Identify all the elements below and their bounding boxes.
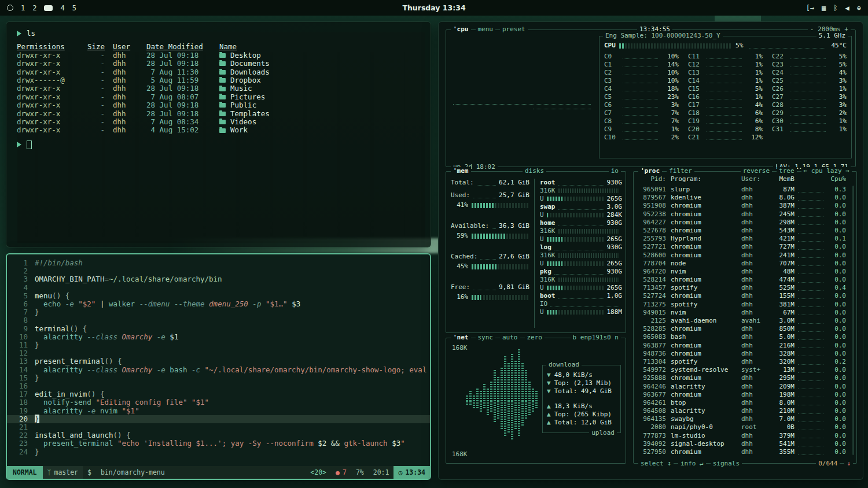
- process-row[interactable]: 925888chromiumdhh295M0.0: [635, 374, 849, 382]
- process-row[interactable]: 527678chromiumdhh543M0.0: [635, 227, 849, 235]
- proc-footer-button[interactable]: info ↵: [678, 460, 706, 468]
- code-text: install_and_launch() {: [35, 431, 131, 439]
- net-info-up: ▲18,3 KiB/s▲Top: (265 Kibp)▲Total: 12,0 …: [547, 402, 616, 427]
- settings-icon[interactable]: ⊕: [857, 4, 861, 12]
- mem-stat-value: 9,81 GiB: [499, 283, 529, 291]
- logout-icon[interactable]: [→: [806, 4, 814, 12]
- io-toggle[interactable]: io: [609, 167, 621, 175]
- process-row[interactable]: 255793Hyprlanddhh421M0.1: [635, 235, 849, 243]
- core-name: C5: [604, 93, 620, 101]
- process-row[interactable]: 527721chromiumdhh727M0.0: [635, 243, 849, 251]
- col-header-user[interactable]: User:: [741, 175, 768, 183]
- proc-scrollbar[interactable]: [852, 186, 854, 455]
- button-menu[interactable]: menu: [476, 25, 496, 34]
- button-preset[interactable]: preset: [500, 25, 528, 34]
- network-icon[interactable]: ▦: [822, 4, 826, 12]
- process-row[interactable]: 948736chromiumdhh328M0.0: [635, 350, 849, 358]
- net-interface-selector[interactable]: b enp191s0 n: [571, 334, 621, 342]
- token: --dmenu --theme: [139, 300, 205, 308]
- mem-box-title[interactable]: 'mem: [451, 167, 471, 175]
- col-header-pid[interactable]: Pid:: [638, 175, 671, 183]
- filter-button[interactable]: filter: [667, 167, 694, 175]
- process-row[interactable]: 778704nodedhh707M0.0: [635, 260, 849, 268]
- button-tree[interactable]: tree: [777, 167, 797, 175]
- workspace-active-indicator[interactable]: [44, 5, 53, 11]
- process-row[interactable]: 528600chromiumdhh241M0.0: [635, 252, 849, 260]
- process-row[interactable]: 964261btopdhh8.0M0.0: [635, 399, 849, 407]
- process-row[interactable]: 965083bashdhh5.0M0.0: [635, 333, 849, 341]
- cpu-box-title[interactable]: 'cpu: [451, 25, 471, 34]
- process-row[interactable]: 963677chromiumdhh198M0.0: [635, 391, 849, 399]
- process-name: signal-desktop: [671, 440, 741, 448]
- button-auto[interactable]: auto: [500, 334, 520, 342]
- process-row[interactable]: 713457spotifydhh525M0.4: [635, 284, 849, 292]
- workspace-button[interactable]: 4: [60, 4, 64, 12]
- net-box-title[interactable]: 'net: [451, 334, 471, 342]
- editor-window-nvim[interactable]: 1#!/bin/bash23OMARCHY_BIN_PATH=~/.local/…: [6, 253, 431, 480]
- process-row[interactable]: 549972systemd-resolvesyst+13M0.0: [635, 366, 849, 374]
- net-buttons: syncautozero: [476, 334, 545, 342]
- bluetooth-icon[interactable]: ᛒ: [833, 4, 837, 12]
- workspace-button[interactable]: 1: [21, 4, 25, 12]
- file-path: bin/omarchy-menu: [96, 466, 170, 479]
- launcher-icon[interactable]: [7, 5, 13, 11]
- process-cpu: 0.0: [827, 366, 846, 374]
- col-header-cpu[interactable]: Cpu%: [827, 175, 846, 183]
- proc-sort-nav[interactable]: ← cpu lazy →: [801, 167, 852, 175]
- workspace-button[interactable]: 2: [32, 4, 36, 12]
- core-name: C2: [604, 69, 620, 77]
- process-name: kdenlive: [671, 194, 741, 202]
- process-row[interactable]: 713304spotifydhh320M0.2: [635, 358, 849, 366]
- process-cpu: 0.0: [827, 333, 846, 341]
- col-header-program[interactable]: Program:: [671, 175, 741, 183]
- button-reverse[interactable]: reverse: [741, 167, 772, 175]
- button-sync[interactable]: sync: [476, 334, 496, 342]
- process-row[interactable]: 527724chromiumdhh155M0.0: [635, 292, 849, 300]
- process-row[interactable]: 964508alacrittydhh210M0.0: [635, 407, 849, 415]
- process-row[interactable]: 951908chromiumdhh387M0.0: [635, 202, 849, 210]
- process-row[interactable]: 964227chromiumdhh298M0.0: [635, 219, 849, 227]
- terminal-window-ls[interactable]: ls Permissions Size User Date Modified N…: [6, 21, 431, 247]
- button-zero[interactable]: zero: [525, 334, 545, 342]
- process-cpu-meter: [798, 425, 823, 430]
- process-row[interactable]: 949015nvimdhh67M0.0: [635, 309, 849, 317]
- process-row[interactable]: 528214chromiumdhh474M0.0: [635, 276, 849, 284]
- mem-stat-row: Cached:27,6 GiB: [451, 253, 529, 261]
- process-mem: 541M: [768, 440, 795, 448]
- disk-row: root930G: [540, 179, 622, 187]
- process-row[interactable]: 528285chromiumdhh850M0.0: [635, 325, 849, 333]
- process-row[interactable]: 965091slurpdhh87M0.3: [635, 186, 849, 194]
- core-usage: 8%: [744, 125, 763, 134]
- core-row: C155%: [688, 85, 763, 93]
- prompt-line-empty[interactable]: [17, 141, 420, 149]
- process-row[interactable]: 777873lm-studiodhh379M0.0: [635, 432, 849, 440]
- proc-footer-button[interactable]: signals: [711, 460, 742, 468]
- process-row[interactable]: 964246alacrittydhh209M0.0: [635, 383, 849, 391]
- process-row[interactable]: 964135swaybgdhh7.0M0.0: [635, 415, 849, 423]
- col-header-mem[interactable]: MemB: [768, 175, 795, 183]
- process-row[interactable]: 2125avahi-daemonavahi3.0M0.0: [635, 317, 849, 325]
- core-row: C283%: [772, 101, 847, 109]
- process-row[interactable]: 527950chromiumdhh355M0.0: [635, 448, 849, 456]
- process-row[interactable]: 952238chromiumdhh245M0.0: [635, 210, 849, 219]
- volume-icon[interactable]: ◀: [845, 4, 849, 12]
- system-monitor-window[interactable]: 'cpu menupreset 13:34:55 - 2000ms + Eng …: [438, 21, 863, 480]
- workspace-button[interactable]: 5: [72, 4, 76, 12]
- process-row[interactable]: 964720nvimdhh48M0.0: [635, 268, 849, 276]
- code-area[interactable]: 1#!/bin/bash23OMARCHY_BIN_PATH=~/.local/…: [7, 254, 430, 466]
- proc-footer-button[interactable]: select ↕: [638, 460, 674, 468]
- process-cpu-meter: [798, 245, 823, 250]
- process-mem: 295M: [768, 374, 795, 382]
- proc-box-title[interactable]: 'proc: [638, 167, 662, 175]
- process-row[interactable]: 394092signal-desktopdhh541M0.0: [635, 440, 849, 448]
- process-row[interactable]: 2080napi/phy0-0root0B0.0: [635, 423, 849, 431]
- disks-toggle[interactable]: disks: [523, 167, 546, 175]
- process-row[interactable]: 879567kdenlivedhh8.0G0.0: [635, 194, 849, 202]
- scroll-down-icon[interactable]: ↓: [844, 460, 853, 468]
- process-name: chromium: [671, 292, 741, 300]
- process-cpu-meter: [798, 236, 823, 242]
- process-row[interactable]: 713275spotifydhh381M0.0: [635, 301, 849, 309]
- process-mem: 67M: [768, 309, 795, 317]
- process-row[interactable]: 963877chromiumdhh216M0.0: [635, 342, 849, 350]
- process-pid: 777873: [638, 432, 671, 440]
